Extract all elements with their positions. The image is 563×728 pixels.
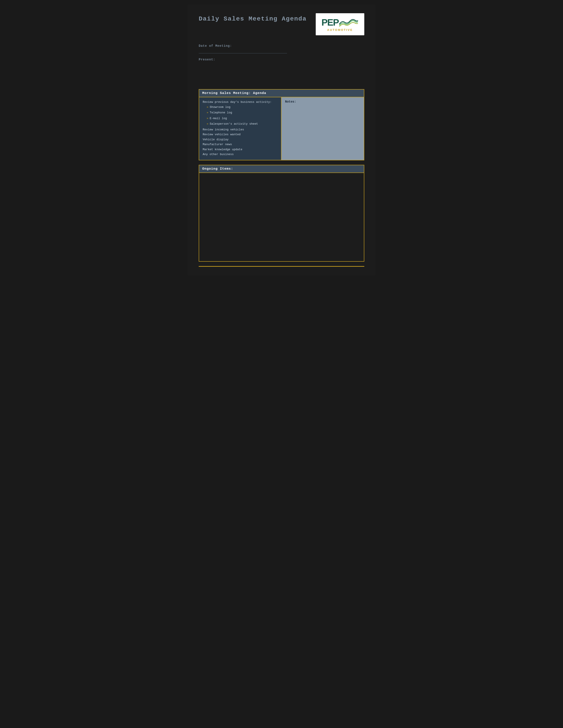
sub-item-label-3: E-mail log [210,116,227,121]
ongoing-body [199,173,364,261]
date-section: Date of Meeting: [199,44,364,53]
bullet-icon-4: » [207,122,208,126]
sub-item-2: » Telephone log [203,111,277,116]
morning-meeting-header: Morning Sales Meeting: Agenda [199,90,364,97]
present-space [199,63,364,80]
logo-container: PEP AUTOMOTIVE [316,13,364,35]
notes-column: Notes: [282,97,364,160]
logo-wave-icon [339,18,359,27]
additional-item-5: Any other business [203,152,277,157]
ongoing-header: Ongoing Items: [199,165,364,173]
additional-item-4: Market knowledge update [203,147,277,152]
bullet-icon-1: » [207,105,208,109]
date-label: Date of Meeting: [199,44,364,48]
additional-item-1: Review vehicles wanted [203,132,277,137]
bottom-border [199,266,364,267]
logo-pep-text: PEP [322,17,339,28]
page-title: Daily Sales Meeting Agenda [199,15,307,22]
morning-meeting-body: Review previous day’s business activity:… [199,97,364,160]
agenda-main-item: Review previous day’s business activity: [203,100,277,104]
logo-automotive-text: AUTOMOTIVE [327,28,353,32]
page: Daily Sales Meeting Agenda PEP AUTOMOTIV… [188,4,375,276]
notes-label: Notes: [285,100,360,103]
additional-item-0: Review incoming vehicles [203,128,277,132]
bullet-icon-2: » [207,111,208,115]
additional-item-3: Manufacturer news [203,142,277,147]
present-section: Present: [199,58,364,80]
additional-item-2: Vehicle display [203,137,277,142]
sub-item-3: » E-mail log [203,116,277,122]
present-label: Present: [199,58,364,61]
sub-item-1: » Showroom log [203,105,277,110]
page-header: Daily Sales Meeting Agenda PEP AUTOMOTIV… [199,13,364,35]
sub-item-label-1: Showroom log [210,105,230,109]
date-value-line [199,49,287,53]
ongoing-section: Ongoing Items: [199,165,364,262]
agenda-column: Review previous day’s business activity:… [199,97,282,160]
morning-meeting-table: Morning Sales Meeting: Agenda Review pre… [199,89,364,160]
sub-item-label-2: Telephone log [210,111,232,115]
logo-pep-row: PEP [322,17,359,28]
sub-item-label-4: Salesperson’s activity sheet [210,122,258,126]
bullet-icon-3: » [207,116,208,121]
sub-item-4: » Salesperson’s activity sheet [203,122,277,127]
